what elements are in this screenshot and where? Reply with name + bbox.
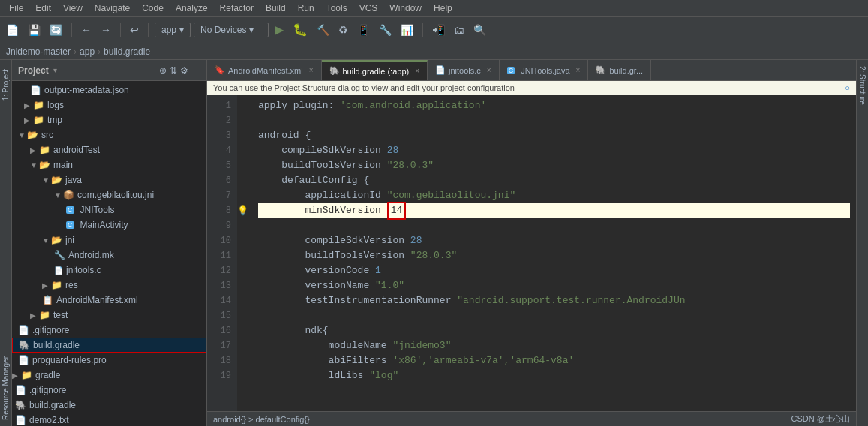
list-item[interactable]: 📋 AndroidManifest.xml	[12, 292, 206, 308]
right-sidebar: 2: Structure	[856, 60, 868, 426]
new-project-btn[interactable]: 📄	[3, 22, 22, 38]
close-tab-btn[interactable]: ×	[487, 66, 491, 74]
menu-bar: File Edit View Navigate Code Analyze Ref…	[0, 0, 868, 16]
list-item[interactable]: C MainActivity	[12, 218, 206, 232]
list-item[interactable]: ▼ 📂 jni	[12, 232, 206, 248]
panel-dropdown-arrow[interactable]: ▾	[53, 66, 57, 74]
line-num: 4	[207, 143, 231, 158]
tab-jnitools-c[interactable]: 📄 jnitools.c ×	[428, 60, 500, 80]
chevron-icon: ▶	[30, 146, 38, 154]
list-item[interactable]: ▶ 📁 gradle	[12, 368, 206, 382]
line-num: 13	[207, 278, 231, 293]
list-item[interactable]: 📄 .gitignore	[12, 322, 206, 338]
project-tab[interactable]: 1: Project	[0, 63, 11, 106]
menu-code[interactable]: Code	[136, 2, 170, 15]
menu-tools[interactable]: Tools	[320, 2, 353, 15]
menu-help[interactable]: Help	[428, 2, 458, 15]
device-label: No Devices	[200, 25, 246, 35]
add-btn[interactable]: ⊕	[159, 65, 167, 76]
tab-build-gradle[interactable]: 🐘 build.gradle (:app) ×	[322, 60, 428, 80]
code-line: abiFilters 'x86','armeabi-v7a','arm64-v8…	[258, 353, 850, 368]
chevron-icon: ▶	[42, 281, 50, 290]
menu-edit[interactable]: Edit	[29, 2, 57, 15]
list-item[interactable]: ▶ 📁 logs	[12, 98, 206, 112]
gutter-line	[237, 173, 252, 188]
menu-run[interactable]: Run	[292, 2, 320, 15]
code-line	[258, 218, 850, 233]
resource-manager-tab[interactable]: Resource Manager	[0, 350, 11, 426]
breadcrumb-module[interactable]: app	[80, 46, 95, 57]
avd-btn[interactable]: 📱	[354, 22, 373, 38]
folder-open-icon: 📂	[51, 175, 62, 185]
gitignore-icon: 📄	[18, 325, 29, 335]
save-btn[interactable]: 💾	[25, 22, 44, 38]
forward-btn[interactable]: →	[98, 22, 114, 38]
list-item[interactable]: ▼ 📦 com.gebilaolitou.jni	[12, 188, 206, 202]
build-btn[interactable]: 🔨	[314, 22, 332, 38]
settings-btn[interactable]: ⚙	[180, 65, 188, 76]
sync-gradle-btn[interactable]: ♻	[335, 22, 351, 38]
tab-build-gr[interactable]: 🐘 build.gr...	[588, 60, 651, 80]
list-item[interactable]: ▶ 📁 test	[12, 308, 206, 322]
breadcrumb-project[interactable]: Jnidemo-master	[6, 46, 71, 57]
close-tab-btn[interactable]: ×	[309, 66, 314, 74]
file-icon: 📄	[18, 355, 29, 365]
list-item[interactable]: 📄 .gitignore	[12, 382, 206, 398]
close-tab-btn[interactable]: ×	[415, 67, 419, 75]
list-item[interactable]: C JNITools	[12, 202, 206, 218]
menu-navigate[interactable]: Navigate	[89, 2, 136, 15]
left-sidebar: 1: Project Resource Manager	[0, 60, 12, 426]
menu-refactor[interactable]: Refactor	[214, 2, 260, 15]
menu-view[interactable]: View	[57, 2, 89, 15]
line-num: 19	[207, 368, 231, 383]
list-item[interactable]: 🐘 build.gradle	[12, 338, 206, 352]
search-btn[interactable]: 🔍	[470, 22, 489, 38]
sync-btn[interactable]: 🔄	[47, 22, 65, 38]
debug-btn[interactable]: 🐛	[290, 21, 311, 38]
menu-build[interactable]: Build	[260, 2, 292, 15]
list-item[interactable]: ▼ 📂 src	[12, 128, 206, 142]
tab-jnitools-java[interactable]: C JNITools.java ×	[500, 60, 589, 80]
code-content[interactable]: apply plugin: 'com.android.application' …	[252, 95, 856, 411]
list-item[interactable]: ▶ 📁 res	[12, 278, 206, 292]
file-tree-panel: Project ▾ ⊕ ⇅ ⚙ — 📄 output-metadata.json…	[12, 60, 207, 426]
tab-androidmanifest[interactable]: 🔖 AndroidManifest.xml ×	[207, 60, 322, 80]
file-tree: 📄 output-metadata.json ▶ 📁 logs ▶ 📁 tmp …	[12, 81, 206, 426]
main-layout: 1: Project Resource Manager Project ▾ ⊕ …	[0, 60, 868, 426]
run-btn[interactable]: ▶	[272, 21, 287, 38]
gradle-tab2-icon: 🐘	[596, 65, 606, 75]
list-item[interactable]: 📄 proguard-rules.pro	[12, 352, 206, 368]
sdk-btn[interactable]: 🔧	[376, 22, 395, 38]
line-num: 7	[207, 188, 231, 203]
back-btn[interactable]: ←	[78, 22, 95, 38]
info-link[interactable]: ○	[845, 83, 850, 92]
menu-window[interactable]: Window	[383, 2, 428, 15]
gradle-tab-icon: 🐘	[329, 66, 340, 76]
list-item[interactable]: 📄 demo2.txt	[12, 412, 206, 426]
close-tab-btn[interactable]: ×	[576, 66, 581, 74]
list-item[interactable]: ▼ 📂 main	[12, 158, 206, 172]
list-item[interactable]: ▼ 📂 java	[12, 172, 206, 188]
profiler-btn[interactable]: 📊	[398, 22, 416, 38]
structure-tab[interactable]: 2: Structure	[857, 60, 868, 111]
list-item[interactable]: ▶ 📁 androidTest	[12, 142, 206, 158]
list-item[interactable]: ▶ 📁 tmp	[12, 112, 206, 128]
layout-btn[interactable]: 🗂	[451, 22, 467, 38]
scroll-btn[interactable]: ⇅	[170, 65, 177, 76]
menu-file[interactable]: File	[3, 2, 29, 15]
menu-analyze[interactable]: Analyze	[170, 2, 214, 15]
code-line: versionCode 1	[258, 263, 850, 278]
list-item[interactable]: 📄 output-metadata.json	[12, 82, 206, 98]
menu-vcs[interactable]: VCS	[353, 2, 384, 15]
app-dropdown[interactable]: app ▾	[155, 22, 191, 38]
device-dropdown[interactable]: No Devices ▾	[194, 22, 269, 38]
list-item[interactable]: 🔧 Android.mk	[12, 248, 206, 262]
editor-panel: 🔖 AndroidManifest.xml × 🐘 build.gradle (…	[207, 60, 856, 426]
undo-btn[interactable]: ↩	[127, 22, 142, 38]
list-item[interactable]: 🐘 build.gradle	[12, 398, 206, 412]
gutter-line	[237, 158, 252, 173]
device-mgr-btn[interactable]: 📲	[429, 22, 448, 38]
bulb-icon[interactable]: 💡	[237, 206, 248, 217]
list-item[interactable]: 📄 jnitools.c	[12, 262, 206, 278]
close-panel-btn[interactable]: —	[191, 65, 200, 76]
